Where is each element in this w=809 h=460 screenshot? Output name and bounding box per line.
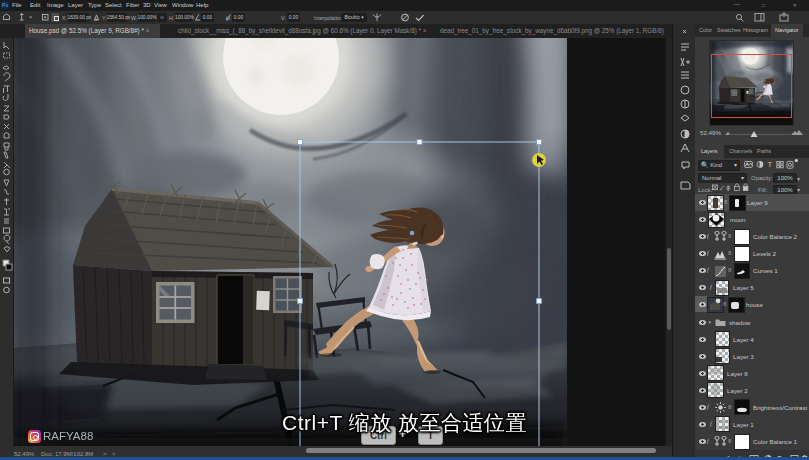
svg-text:T: T <box>768 160 773 169</box>
